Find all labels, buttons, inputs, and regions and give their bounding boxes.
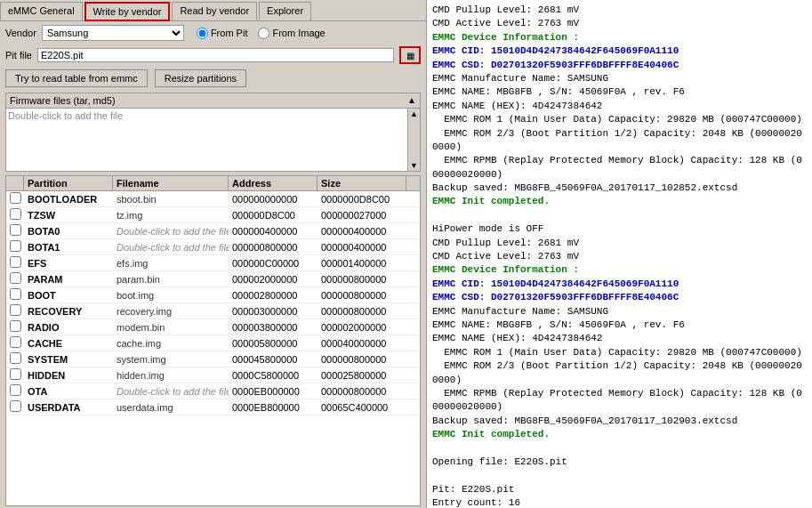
row-checkbox[interactable]: [6, 223, 24, 238]
table-row[interactable]: RECOVERY recovery.img 000003000000 00000…: [6, 303, 420, 319]
row-checkbox[interactable]: [6, 287, 24, 302]
row-size: 000000800000: [318, 353, 406, 366]
row-checkbox[interactable]: [6, 383, 24, 399]
log-line: EMMC CSD: D02701320F5903FFF6DBFFFF8E4040…: [432, 59, 807, 72]
radio-from-pit[interactable]: From Pit: [197, 28, 248, 39]
log-line: CMD Active Level: 2763 mV: [432, 250, 807, 263]
row-size: 000000800000: [318, 289, 406, 302]
row-partition-name: RECOVERY: [24, 305, 113, 318]
firmware-placeholder[interactable]: Double-click to add the file: [6, 109, 407, 171]
table-row[interactable]: CACHE cache.img 000005800000 00004000000…: [6, 335, 420, 351]
table-row[interactable]: OTA Double-click to add the file 0000EB0…: [6, 383, 420, 399]
log-line: EMMC NAME: MBG8FB , S/N: 45069F0A , rev.…: [432, 85, 807, 99]
table-row[interactable]: EFS efs.img 000000C00000 000001400000: [6, 255, 420, 271]
try-read-button[interactable]: Try to read table from emmc: [5, 69, 148, 87]
row-size: 000000800000: [318, 273, 406, 286]
pit-file-label: Pit file: [5, 50, 32, 60]
log-line: EMMC ROM 1 (Main User Data) Capacity: 29…: [432, 346, 807, 359]
log-line: EMMC Device Information :: [432, 263, 807, 277]
table-row[interactable]: SYSTEM system.img 000045800000 000000800…: [6, 351, 420, 367]
radio-from-pit-label: From Pit: [211, 28, 248, 38]
row-checkbox[interactable]: [6, 239, 24, 254]
row-filename: hidden.img: [113, 369, 229, 382]
row-filename: efs.img: [113, 257, 229, 270]
row-partition-name: BOOTLOADER: [24, 193, 113, 206]
log-line: EMMC Manufacture Name: SAMSUNG: [432, 72, 807, 85]
row-size: 000001400000: [318, 257, 406, 270]
scroll-down-icon[interactable]: ▼: [410, 161, 418, 170]
scroll-up-icon[interactable]: ▲: [410, 109, 418, 118]
row-filename: system.img: [113, 353, 229, 366]
resize-button[interactable]: Resize partitions: [155, 69, 246, 87]
log-line: [432, 469, 807, 482]
row-checkbox[interactable]: [6, 207, 24, 222]
tab-read-by-vendor[interactable]: Read by vendor: [172, 2, 257, 20]
table-row[interactable]: BOTA0 Double-click to add the file 00000…: [6, 223, 420, 239]
tab-emmc-general[interactable]: eMMC General: [0, 2, 83, 20]
table-row[interactable]: PARAM param.bin 000002000000 00000080000…: [6, 271, 420, 287]
table-row[interactable]: BOTA1 Double-click to add the file 00000…: [6, 239, 420, 255]
col-header-filename: Filename: [113, 176, 229, 190]
row-partition-name: EFS: [24, 257, 113, 270]
tab-explorer[interactable]: Explorer: [259, 2, 311, 20]
table-row[interactable]: TZSW tz.img 000000D8C00 000000027000: [6, 207, 420, 223]
radio-from-pit-input[interactable]: [197, 28, 208, 39]
table-row[interactable]: USERDATA userdata.img 0000EB800000 00065…: [6, 399, 420, 415]
row-size: 000000400000: [318, 225, 406, 238]
col-header-partition: Partition: [24, 176, 113, 190]
log-line: [432, 442, 807, 456]
row-checkbox[interactable]: [6, 351, 24, 367]
table-row[interactable]: BOOT boot.img 000002800000 000000800000: [6, 287, 420, 303]
col-header-address: Address: [229, 176, 318, 190]
row-filename: param.bin: [113, 273, 229, 286]
log-line: CMD Pullup Level: 2681 mV: [432, 4, 807, 17]
vendor-select[interactable]: Samsung Hynix Toshiba Micron: [42, 25, 184, 41]
log-line: EMMC Manufacture Name: SAMSUNG: [432, 305, 807, 319]
log-line: EMMC Init completed.: [432, 195, 807, 208]
row-address: 000000400000: [229, 225, 318, 238]
pit-file-input[interactable]: [37, 48, 394, 62]
row-filename: boot.img: [113, 289, 229, 302]
table-row[interactable]: HIDDEN hidden.img 0000C5800000 000025800…: [6, 367, 420, 383]
pit-browse-button[interactable]: ▦: [399, 46, 421, 64]
row-filename: cache.img: [113, 337, 229, 350]
log-line: EMMC Device Information :: [432, 31, 807, 44]
firmware-header-label: Firmware files (tar, md5): [10, 95, 116, 106]
row-checkbox[interactable]: [6, 191, 24, 206]
row-checkbox[interactable]: [6, 303, 24, 319]
row-partition-name: USERDATA: [24, 401, 113, 414]
left-panel: eMMC General Write by vendor Read by ven…: [0, 0, 427, 508]
partition-table-header: Partition Filename Address Size: [6, 176, 420, 191]
log-line: EMMC ROM 2/3 (Boot Partition 1/2) Capaci…: [432, 359, 807, 387]
log-line: Opening file: E220S.pit: [432, 456, 807, 469]
row-address: 0000C5800000: [229, 369, 318, 382]
row-checkbox[interactable]: [6, 271, 24, 286]
log-line: Pit: E220S.pit: [432, 483, 807, 496]
row-checkbox[interactable]: [6, 319, 24, 335]
log-line: EMMC RPMB (Replay Protected Memory Block…: [432, 387, 807, 415]
row-filename[interactable]: Double-click to add the file: [113, 241, 229, 254]
partition-section: Partition Filename Address Size BOOTLOAD…: [5, 175, 421, 506]
table-row[interactable]: RADIO modem.bin 000003800000 00000200000…: [6, 319, 420, 335]
firmware-section: Firmware files (tar, md5) ▲ Double-click…: [5, 93, 421, 172]
row-partition-name: CACHE: [24, 337, 113, 350]
log-panel: CMD Pullup Level: 2681 mVCMD Active Leve…: [427, 0, 812, 508]
row-checkbox[interactable]: [6, 399, 24, 415]
firmware-scroll-indicator: ▲: [407, 95, 416, 106]
row-checkbox[interactable]: [6, 367, 24, 383]
row-checkbox[interactable]: [6, 255, 24, 270]
firmware-list: Double-click to add the file: [6, 109, 407, 171]
row-checkbox[interactable]: [6, 335, 24, 351]
radio-from-image-input[interactable]: [258, 28, 269, 39]
row-filename[interactable]: Double-click to add the file: [113, 385, 229, 398]
table-row[interactable]: BOOTLOADER sboot.bin 000000000000 000000…: [6, 191, 420, 207]
row-filename: tz.img: [113, 209, 229, 222]
log-line: EMMC CID: 15010D4D4247384642F645069F0A11…: [432, 278, 807, 291]
tab-write-by-vendor[interactable]: Write by vendor: [84, 2, 171, 21]
log-line: EMMC CID: 15010D4D4247384642F645069F0A11…: [432, 44, 807, 58]
radio-from-image[interactable]: From Image: [258, 28, 325, 39]
row-size: 0000000D8C00: [318, 193, 406, 206]
main-container: eMMC General Write by vendor Read by ven…: [0, 0, 812, 508]
row-filename[interactable]: Double-click to add the file: [113, 225, 229, 238]
log-line: EMMC RPMB (Replay Protected Memory Block…: [432, 154, 807, 181]
